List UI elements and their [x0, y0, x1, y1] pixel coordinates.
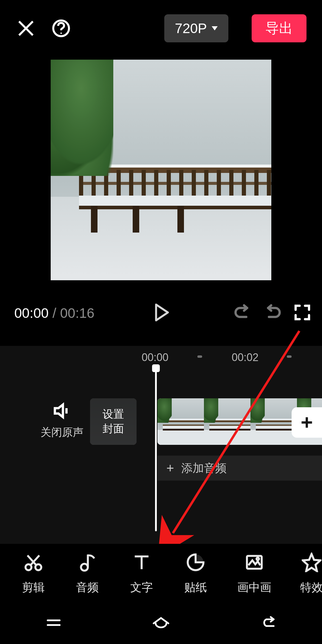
resolution-selector[interactable]: 720P — [164, 14, 228, 42]
ruler-tick: 00:02 — [232, 351, 258, 364]
toolbar-label: 音频 — [76, 580, 99, 595]
plus-icon: + — [166, 461, 174, 476]
total-time: 00:16 — [60, 305, 94, 321]
mute-original-audio-button[interactable]: 关闭原声 — [38, 402, 86, 440]
export-label: 导出 — [265, 19, 293, 38]
toolbar-label: 特效 — [300, 580, 322, 595]
chevron-down-icon — [212, 26, 218, 30]
export-button[interactable]: 导出 — [252, 14, 306, 42]
clip-thumbnail — [157, 398, 204, 445]
speaker-icon — [53, 402, 71, 420]
playhead[interactable] — [155, 367, 157, 531]
help-button[interactable] — [51, 18, 72, 39]
ruler-dot — [287, 355, 292, 358]
recent-apps-button[interactable] — [43, 616, 64, 631]
svg-point-7 — [256, 558, 259, 560]
toolbar-item-pip[interactable]: 画中画 — [238, 552, 271, 595]
fullscreen-button[interactable] — [293, 304, 311, 323]
close-icon — [16, 18, 36, 38]
system-nav-bar-2 — [0, 602, 322, 644]
play-button[interactable] — [151, 303, 171, 323]
picture-in-picture-icon — [244, 552, 264, 572]
ruler-tick: 00:00 — [142, 351, 168, 364]
menu-icon — [43, 616, 64, 629]
app-root: 720P 导出 00:00 / 00:16 — [0, 0, 322, 644]
add-audio-label: 添加音频 — [181, 461, 227, 476]
music-note-icon — [78, 552, 97, 572]
timecode: 00:00 / 00:16 — [14, 305, 95, 321]
resolution-label: 720P — [175, 20, 207, 36]
help-icon — [51, 18, 71, 38]
ruler-dot — [197, 355, 202, 358]
redo-icon — [264, 304, 281, 321]
video-preview[interactable] — [51, 60, 271, 280]
toolbar-label: 文字 — [130, 580, 153, 595]
preview-tree — [51, 60, 113, 176]
toolbar-label: 画中画 — [237, 580, 271, 595]
undo-button[interactable] — [234, 304, 252, 323]
add-audio-track-button[interactable]: + 添加音频 — [157, 456, 322, 481]
clip-thumbnail — [250, 398, 297, 445]
svg-point-5 — [81, 564, 88, 570]
toolbar-item-effects[interactable]: 特效 — [301, 552, 322, 595]
svg-point-1 — [61, 32, 62, 34]
mute-label: 关闭原声 — [41, 425, 83, 440]
home-icon — [151, 616, 171, 629]
text-icon — [132, 552, 151, 572]
scissors-icon — [24, 552, 43, 572]
toolbar-label: 贴纸 — [184, 580, 207, 595]
toolbar-item-text[interactable]: 文字 — [130, 552, 154, 595]
player-controls: 00:00 / 00:16 — [0, 292, 322, 334]
timeline-ruler[interactable]: 00:00 00:02 — [0, 351, 322, 369]
toolbar-label: 剪辑 — [22, 580, 45, 595]
plus-icon — [299, 415, 314, 430]
toolbar-item-edit[interactable]: 剪辑 — [21, 552, 45, 595]
undo-icon — [234, 304, 252, 321]
toolbar-item-sticker[interactable]: 贴纸 — [184, 552, 208, 595]
current-time: 00:00 — [14, 305, 49, 321]
add-clip-button[interactable] — [292, 407, 322, 438]
top-bar: 720P 导出 — [0, 0, 322, 57]
toolbar-item-audio[interactable]: 音频 — [76, 552, 100, 595]
play-icon — [151, 303, 171, 322]
home-button[interactable] — [151, 616, 171, 631]
close-button[interactable] — [16, 18, 36, 39]
cover-label: 设置封面 — [91, 407, 136, 436]
effects-icon — [302, 552, 321, 572]
set-cover-button[interactable]: 设置封面 — [90, 398, 137, 445]
back-icon — [258, 616, 279, 629]
back-button[interactable] — [258, 616, 279, 631]
clip-thumbnail — [204, 398, 250, 445]
bottom-toolbar: 剪辑 音频 文字 贴纸 画中画 特效 — [0, 544, 322, 603]
redo-button[interactable] — [264, 304, 281, 323]
fullscreen-icon — [293, 304, 311, 321]
timeline: 00:00 00:02 关闭原声 设置封面 + 添加音频 — [0, 346, 322, 572]
sticker-icon — [186, 552, 205, 572]
